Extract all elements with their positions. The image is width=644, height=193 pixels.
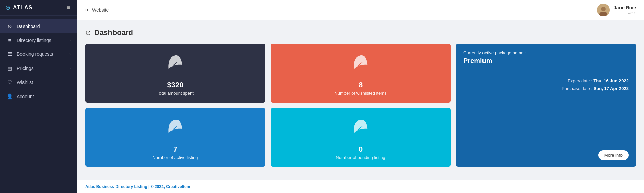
dashboard-nav-icon: ⊙ — [7, 23, 13, 29]
svg-point-1 — [601, 7, 606, 11]
sidebar-logo-area: ⊛ ATLAS — [5, 4, 32, 11]
sidebar-item-wishlist[interactable]: ♡Wishlist — [0, 75, 77, 89]
leaf-icon-total — [166, 54, 184, 76]
total-spent-value: $320 — [167, 81, 184, 89]
package-card: Currently active package name : Premium … — [456, 44, 636, 167]
booking-requests-nav-icon: ☰ — [7, 51, 13, 57]
leaf-icon-wishlist — [352, 54, 370, 76]
dashboard-nav-label: Dashboard — [17, 24, 71, 29]
user-role: User — [614, 10, 636, 15]
package-bottom: Expiry date : Thu, 16 Jun 2022 Purchase … — [456, 70, 636, 167]
page-title: Dashboard — [94, 28, 133, 37]
directory-listings-nav-arrow: › — [69, 38, 71, 42]
pending-listing-value: 0 — [359, 145, 363, 154]
sidebar-logo-text: ATLAS — [13, 5, 32, 11]
pricings-nav-arrow: › — [69, 66, 71, 70]
wishlist-nav-label: Wishlist — [17, 80, 71, 85]
pricings-nav-icon: ▤ — [7, 65, 13, 71]
purchase-date: Sun, 17 Apr 2022 — [594, 86, 629, 91]
topbar-right: Jane Roie User — [597, 4, 636, 16]
user-info: Jane Roie User — [614, 5, 636, 15]
atlas-logo-icon: ⊛ — [5, 4, 10, 11]
leaf-icon-active — [166, 118, 184, 140]
booking-requests-nav-label: Booking requests — [17, 51, 69, 57]
sidebar-toggle-button[interactable]: ≡ — [65, 4, 72, 11]
directory-listings-nav-icon: ≡ — [7, 37, 13, 43]
active-listing-label: Number of active listing — [152, 155, 198, 160]
page-title-row: ⊙ Dashboard — [85, 28, 636, 37]
sidebar-item-dashboard[interactable]: ⊙Dashboard — [0, 19, 77, 33]
avatar — [597, 4, 610, 16]
booking-requests-nav-arrow: › — [69, 52, 71, 56]
topbar: ✈ Website Jane Roie User — [77, 0, 644, 20]
expiry-line: Expiry date : Thu, 16 Jun 2022 — [463, 77, 629, 85]
package-dates: Expiry date : Thu, 16 Jun 2022 Purchase … — [463, 77, 629, 93]
package-top: Currently active package name : Premium — [456, 44, 636, 70]
total-spent-label: Total amount spent — [157, 91, 194, 96]
sidebar: ⊛ ATLAS ≡ ⊙Dashboard≡Directory listings›… — [0, 0, 77, 193]
expiry-prefix: Expiry date : — [568, 78, 592, 83]
package-name: Premium — [463, 57, 629, 65]
active-listing-card: 7 Number of active listing — [85, 108, 265, 167]
purchase-line: Purchase date : Sun, 17 Apr 2022 — [463, 85, 629, 92]
wishlist-label: Number of wishlisted items — [334, 91, 386, 96]
pending-listing-card: 0 Number of pending listing — [271, 108, 451, 167]
leaf-icon-pending — [352, 118, 370, 140]
purchase-prefix: Purchase date : — [562, 86, 592, 91]
sidebar-item-directory-listings[interactable]: ≡Directory listings› — [0, 33, 77, 47]
content-area: ⊙ Dashboard $320 Total amount spent — [77, 20, 644, 180]
sidebar-item-booking-requests[interactable]: ☰Booking requests› — [0, 47, 77, 61]
sidebar-item-pricings[interactable]: ▤Pricings› — [0, 61, 77, 75]
account-nav-icon: 👤 — [7, 93, 13, 100]
wishlist-value: 8 — [359, 81, 363, 89]
sidebar-nav: ⊙Dashboard≡Directory listings›☰Booking r… — [0, 16, 77, 193]
pending-listing-label: Number of pending listing — [336, 155, 385, 160]
package-label: Currently active package name : — [463, 50, 629, 55]
topbar-left: ✈ Website — [85, 7, 109, 13]
directory-listings-nav-label: Directory listings — [17, 38, 69, 43]
dashboard-grid: $320 Total amount spent 8 Number of wish… — [85, 44, 636, 167]
sidebar-header: ⊛ ATLAS ≡ — [0, 0, 77, 16]
active-listing-value: 7 — [173, 145, 177, 154]
footer: Atlas Business Directory Listing | © 202… — [77, 180, 644, 193]
footer-brand: Atlas Business Directory Listing — [85, 184, 147, 189]
total-spent-card: $320 Total amount spent — [85, 44, 265, 103]
footer-text: | © 2021, Creativeltem — [147, 184, 190, 189]
expiry-date: Thu, 16 Jun 2022 — [593, 78, 629, 83]
dashboard-icon: ⊙ — [85, 29, 91, 37]
wishlist-nav-icon: ♡ — [7, 79, 13, 85]
user-name: Jane Roie — [614, 5, 636, 10]
website-icon: ✈ — [85, 7, 89, 13]
topbar-website-label[interactable]: Website — [92, 7, 109, 13]
pricings-nav-label: Pricings — [17, 66, 69, 71]
main-content: ✈ Website Jane Roie User ⊙ Dashboard — [77, 0, 644, 193]
account-nav-label: Account — [17, 94, 71, 99]
wishlist-card: 8 Number of wishlisted items — [271, 44, 451, 103]
more-info-button[interactable]: More info — [598, 150, 629, 160]
sidebar-item-account[interactable]: 👤Account — [0, 89, 77, 104]
